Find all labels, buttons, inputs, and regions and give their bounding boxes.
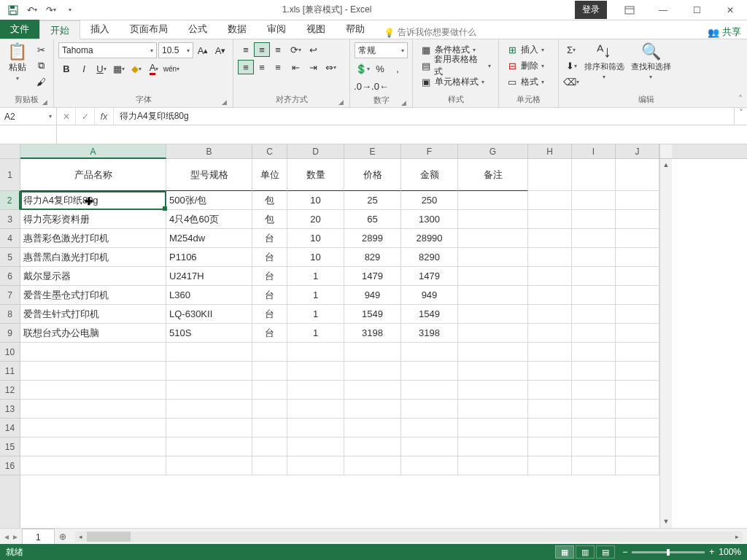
tab-data[interactable]: 数据 [217, 20, 257, 39]
page-layout-view-icon[interactable]: ▥ [576, 545, 595, 559]
cell[interactable] [572, 419, 616, 438]
row-header-14[interactable]: 14 [0, 419, 20, 438]
qat-customize-icon[interactable]: ▾ [61, 2, 79, 18]
cancel-formula-icon[interactable]: ✕ [57, 108, 76, 125]
cell[interactable] [616, 343, 659, 362]
cell[interactable] [572, 400, 616, 419]
number-format-combo[interactable]: 常规▾ [355, 42, 408, 58]
tab-view[interactable]: 视图 [296, 20, 336, 39]
alignment-dialog-icon[interactable]: ◢ [338, 98, 344, 106]
cell[interactable] [616, 381, 659, 400]
cell[interactable]: 惠普彩色激光打印机 [20, 229, 166, 248]
cell[interactable] [528, 210, 572, 229]
cut-icon[interactable]: ✂ [33, 42, 49, 57]
tell-me-search[interactable]: 💡 告诉我你想要做什么 [384, 26, 476, 39]
cell[interactable] [458, 324, 528, 343]
scroll-right-icon[interactable]: ▸ [731, 532, 743, 542]
row-header-12[interactable]: 12 [0, 381, 20, 400]
cell[interactable]: 8290 [401, 248, 458, 267]
cell[interactable] [252, 381, 287, 400]
cell[interactable]: 1 [287, 324, 344, 343]
cell[interactable] [20, 419, 166, 438]
cell[interactable]: 500张/包 [166, 191, 252, 210]
align-left-icon[interactable]: ≡ [238, 60, 254, 74]
cell[interactable]: 包 [252, 191, 287, 210]
cell[interactable]: 25 [344, 191, 401, 210]
insert-cells-button[interactable]: ⊞插入▾ [503, 42, 547, 57]
row-header-8[interactable]: 8 [0, 305, 20, 324]
cell[interactable] [287, 456, 344, 475]
tab-home[interactable]: 开始 [39, 20, 80, 39]
cell[interactable] [287, 343, 344, 362]
cell[interactable] [528, 286, 572, 305]
cell[interactable]: 得力亮彩资料册 [20, 210, 166, 229]
name-box[interactable]: A2▾ [0, 108, 57, 125]
cell[interactable] [401, 438, 458, 456]
vertical-scrollbar[interactable]: ▲ ▼ [659, 159, 672, 528]
cell[interactable] [572, 248, 616, 267]
cell[interactable] [572, 191, 616, 210]
cell[interactable] [616, 400, 659, 419]
cell[interactable] [616, 248, 659, 267]
cell[interactable] [616, 305, 659, 324]
zoom-out-icon[interactable]: − [622, 547, 627, 557]
close-icon[interactable]: ✕ [713, 0, 747, 20]
phonetic-guide-button[interactable]: wén▾ [163, 61, 179, 76]
cell[interactable] [344, 362, 401, 381]
cell[interactable]: 1 [287, 305, 344, 324]
cell[interactable] [344, 438, 401, 456]
align-bottom-icon[interactable]: ≡ [270, 42, 286, 57]
cell[interactable] [572, 456, 616, 475]
cell[interactable] [458, 362, 528, 381]
cell[interactable] [344, 381, 401, 400]
save-icon[interactable] [4, 2, 22, 18]
cell[interactable] [616, 324, 659, 343]
cell[interactable] [166, 362, 252, 381]
cell[interactable]: 10 [287, 248, 344, 267]
scroll-up-icon[interactable]: ▲ [660, 159, 672, 171]
align-center-icon[interactable]: ≡ [254, 60, 270, 74]
scroll-down-icon[interactable]: ▼ [660, 516, 672, 528]
accounting-format-icon[interactable]: 💲▾ [355, 61, 371, 76]
cell[interactable]: 爱普生针式打印机 [20, 305, 166, 324]
cell[interactable]: 价格 [344, 159, 401, 191]
cell[interactable] [252, 362, 287, 381]
italic-button[interactable]: I [76, 61, 92, 76]
cell[interactable]: 台 [252, 286, 287, 305]
cell[interactable] [287, 438, 344, 456]
cell[interactable]: U2417H [166, 267, 252, 286]
cell[interactable] [528, 305, 572, 324]
cell[interactable]: 得力A4复印纸80g [20, 191, 166, 210]
ribbon-options-icon[interactable] [613, 0, 646, 20]
cell[interactable] [572, 229, 616, 248]
orientation-icon[interactable]: ⟳▾ [287, 42, 303, 57]
cell[interactable]: 949 [344, 286, 401, 305]
sheet-tab-1[interactable]: 1 [22, 529, 55, 545]
cell[interactable] [20, 381, 166, 400]
cell[interactable]: 备注 [458, 159, 528, 191]
cell[interactable] [252, 419, 287, 438]
row-header-4[interactable]: 4 [0, 229, 20, 248]
row-header-6[interactable]: 6 [0, 267, 20, 286]
format-painter-icon[interactable]: 🖌 [33, 74, 49, 89]
cell[interactable] [401, 400, 458, 419]
collapse-ribbon-icon[interactable]: ˄ [734, 39, 747, 107]
enter-formula-icon[interactable]: ✓ [76, 108, 95, 125]
cell[interactable] [572, 305, 616, 324]
cell[interactable] [166, 456, 252, 475]
tab-file[interactable]: 文件 [0, 20, 39, 39]
sheet-nav-next-icon[interactable]: ▸ [13, 532, 18, 542]
cell[interactable] [166, 438, 252, 456]
number-dialog-icon[interactable]: ◢ [401, 99, 406, 106]
cell[interactable]: 戴尔显示器 [20, 267, 166, 286]
cell[interactable]: M254dw [166, 229, 252, 248]
cell[interactable] [528, 400, 572, 419]
cell[interactable] [458, 438, 528, 456]
cell[interactable]: 510S [166, 324, 252, 343]
col-header-G[interactable]: G [458, 144, 528, 158]
normal-view-icon[interactable]: ▦ [555, 545, 574, 559]
row-header-7[interactable]: 7 [0, 286, 20, 305]
cell[interactable] [616, 362, 659, 381]
cell[interactable] [528, 324, 572, 343]
cell[interactable] [616, 419, 659, 438]
